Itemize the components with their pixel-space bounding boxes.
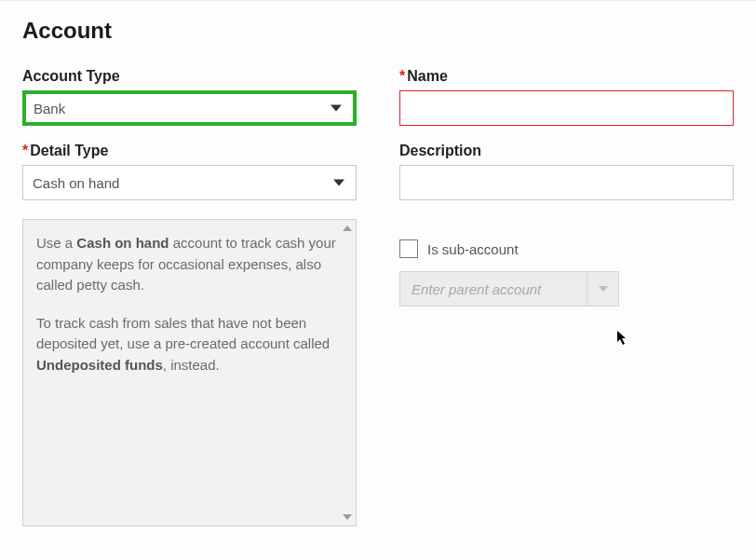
account-type-select[interactable]: Bank [22,90,357,126]
name-label: *Name [399,68,734,85]
parent-account-dropdown-button [587,272,618,306]
account-type-value: Bank [34,101,65,116]
chevron-down-icon [331,105,342,112]
account-type-label: Account Type [22,68,357,85]
description-input[interactable] [399,165,734,200]
detail-type-description: Use a Cash on hand account to track cash… [22,219,357,526]
required-marker: * [22,143,28,158]
parent-account-select: Enter parent account [399,271,619,307]
name-input[interactable] [399,90,734,126]
chevron-down-icon [599,286,608,292]
detail-type-value: Cash on hand [33,175,119,191]
description-label: Description [399,143,734,159]
page-title: Account [22,18,734,44]
scroll-down-icon[interactable] [343,514,352,520]
is-sub-account-label: Is sub-account [427,241,519,257]
scroll-up-icon[interactable] [343,225,352,231]
detail-type-select[interactable]: Cash on hand [22,165,357,200]
parent-account-placeholder: Enter parent account [412,281,541,297]
detail-type-label: *Detail Type [22,143,357,159]
required-marker: * [399,68,405,84]
is-sub-account-checkbox[interactable] [399,239,418,258]
chevron-down-icon [333,180,344,186]
